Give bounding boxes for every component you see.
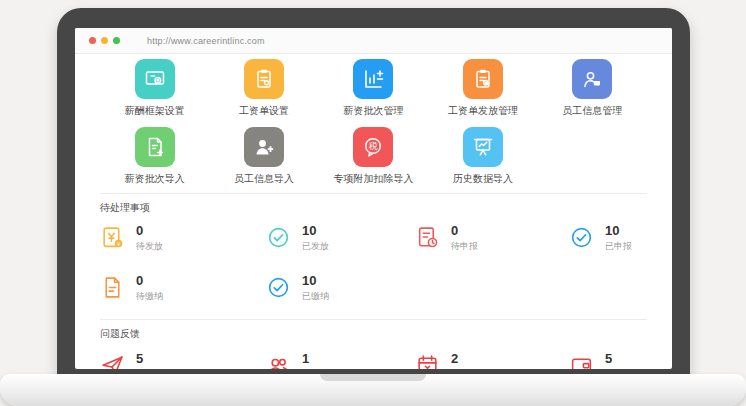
presentation-chart-icon (463, 127, 503, 167)
stat-declaration-failed[interactable]: 2 申报失败 (415, 352, 569, 369)
document-icon (100, 275, 125, 300)
stat-declared[interactable]: 10 已申报 (569, 224, 647, 253)
stat-label: 待申报 (451, 240, 478, 253)
stat-value: 10 (605, 224, 632, 238)
app-special-deduction-import[interactable]: 税 专项附加扣除导入 (319, 127, 428, 186)
pending-stats-grid: ¥ 0 待发放 (100, 224, 647, 303)
dashboard-content: 薪酬框架设置 工资单设置 (75, 59, 672, 369)
stat-value: 0 (451, 224, 478, 238)
laptop-base (0, 374, 746, 406)
window-maximize-button[interactable] (113, 37, 120, 44)
stat-label: 待发放 (136, 240, 163, 253)
app-employee-info-management[interactable]: 员工信息管理 (538, 59, 647, 118)
calendar-x-icon (415, 353, 440, 369)
app-salary-batch-import[interactable]: 薪资批次导入 (100, 127, 209, 186)
app-grid-row2: 薪资批次导入 员工信息导入 (100, 127, 647, 186)
tax-bubble-icon: 税 (353, 127, 393, 167)
stat-label: 已发放 (302, 240, 329, 253)
stat-value: 0 (136, 224, 163, 238)
window-minimize-button[interactable] (101, 37, 108, 44)
feedback-stats-grid: 5 薪资发放待补充信息 (100, 352, 647, 369)
stat-paid[interactable]: 10 已缴纳 (266, 274, 415, 303)
person-card-icon (572, 59, 612, 99)
stat-tax-declaration-info-needed[interactable]: 1 个税申报待补充信息 (266, 352, 415, 369)
paper-plane-icon (100, 353, 125, 369)
stat-label: 已申报 (605, 240, 632, 253)
stat-value: 0 (136, 274, 163, 288)
svg-text:税: 税 (369, 141, 378, 151)
app-label: 专项附加扣除导入 (333, 172, 413, 186)
wallet-icon (569, 353, 594, 369)
app-salary-framework-settings[interactable]: 薪酬框架设置 (100, 59, 209, 118)
clipboard-send-icon (463, 59, 503, 99)
person-plus-icon (244, 127, 284, 167)
stat-label: 待缴纳 (136, 290, 163, 303)
yuan-document-icon: ¥ (100, 225, 125, 250)
browser-window: http://www.careerintlinc.com 薪酬框架设置 (75, 28, 672, 369)
window-close-button[interactable] (89, 37, 96, 44)
app-grid-row1: 薪酬框架设置 工资单设置 (100, 59, 647, 118)
people-icon (266, 353, 291, 369)
stat-label: 个税申报待补充信息 (302, 368, 383, 369)
app-label: 薪资批次管理 (343, 104, 403, 118)
app-salary-batch-management[interactable]: 薪资批次管理 (319, 59, 428, 118)
app-payslip-settings[interactable]: 工资单设置 (209, 59, 318, 118)
browser-titlebar: http://www.careerintlinc.com (75, 28, 672, 54)
stat-value: 10 (302, 274, 329, 288)
stat-pending-distribution[interactable]: ¥ 0 待发放 (100, 224, 266, 253)
check-circle-icon (569, 225, 594, 250)
app-label: 员工信息管理 (562, 104, 622, 118)
stat-value: 5 (136, 352, 217, 366)
app-label: 历史数据导入 (453, 172, 513, 186)
stat-value: 1 (302, 352, 383, 366)
stat-label: 缴纳失败 (605, 368, 641, 369)
stat-value: 2 (451, 352, 487, 366)
check-circle-icon (266, 225, 291, 250)
app-label: 工资单发放管理 (448, 104, 518, 118)
pending-section-title: 待处理事项 (100, 194, 647, 215)
page-background: http://www.careerintlinc.com 薪酬框架设置 (0, 0, 746, 406)
app-label: 员工信息导入 (234, 172, 294, 186)
feedback-section-title: 问题反馈 (100, 320, 647, 341)
app-employee-info-import[interactable]: 员工信息导入 (209, 127, 318, 186)
stat-pending-declaration[interactable]: 0 待申报 (415, 224, 569, 253)
app-history-data-import[interactable]: 历史数据导入 (428, 127, 537, 186)
url-text: http://www.careerintlinc.com (147, 36, 265, 46)
monitor-gear-icon (135, 59, 175, 99)
stat-label: 申报失败 (451, 368, 487, 369)
check-circle-icon (266, 275, 291, 300)
app-label: 薪资批次导入 (125, 172, 185, 186)
laptop-screen-bezel: http://www.careerintlinc.com 薪酬框架设置 (57, 8, 690, 385)
stat-pending-payment[interactable]: 0 待缴纳 (100, 274, 266, 303)
chart-plus-minus-icon (353, 59, 393, 99)
app-label: 薪酬框架设置 (125, 104, 185, 118)
app-label: 工资单设置 (239, 104, 289, 118)
document-clock-icon (415, 225, 440, 250)
stat-payment-failed[interactable]: 5 缴纳失败 (569, 352, 647, 369)
stat-distribution-info-needed[interactable]: 5 薪资发放待补充信息 (100, 352, 266, 369)
app-payslip-distribution-management[interactable]: 工资单发放管理 (428, 59, 537, 118)
stat-label: 薪资发放待补充信息 (136, 368, 217, 369)
stat-value: 10 (302, 224, 329, 238)
stat-label: 已缴纳 (302, 290, 329, 303)
stat-value: 5 (605, 352, 641, 366)
document-plus-icon (135, 127, 175, 167)
clipboard-settings-icon (244, 59, 284, 99)
stat-distributed[interactable]: 10 已发放 (266, 224, 415, 253)
